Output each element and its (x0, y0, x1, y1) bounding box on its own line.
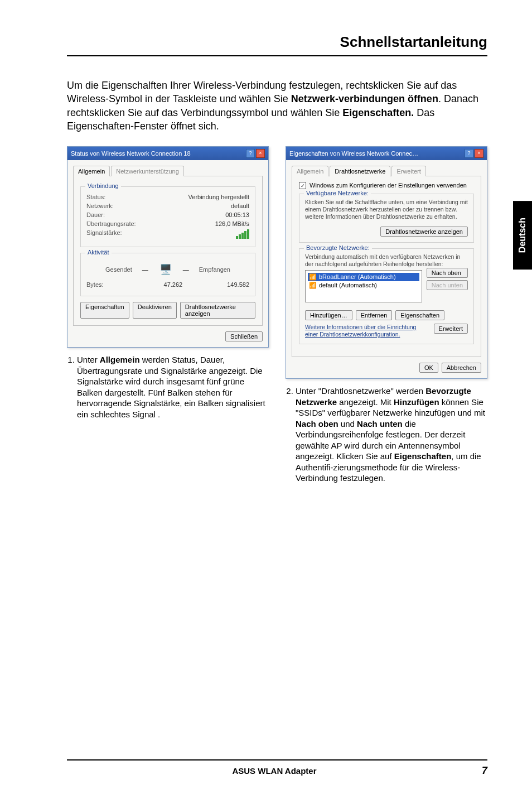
network-value: default (231, 203, 249, 209)
intro-paragraph: Um die Eigenschalften Ihrer Wireless-Ver… (67, 79, 487, 133)
footer-product: ASUS WLAN Adapter (232, 766, 316, 776)
rate-label: Übertragungsrate: (86, 220, 136, 227)
close-icon[interactable]: × (256, 149, 265, 158)
window-title-text: Status von Wireless Network Connection 1… (71, 150, 191, 157)
preferred-networks-group: Bevorzugte Netzwerke: Verbindung automat… (299, 248, 474, 345)
list-item[interactable]: 📶 bRoadLanner (Automatisch) (308, 273, 419, 281)
ok-button[interactable]: OK (419, 363, 438, 373)
preferred-networks-listbox[interactable]: 📶 bRoadLanner (Automatisch) 📶 default (A… (305, 270, 422, 302)
close-button[interactable]: Schließen (225, 331, 263, 341)
remove-button[interactable]: Entfernen (356, 310, 393, 320)
available-group-text: Klicken Sie auf die Schaltfläche unten, … (305, 199, 468, 220)
move-down-button[interactable]: Nach unten (427, 280, 468, 290)
computers-icon: 🖥️ (158, 262, 173, 277)
right-caption: Unter "Drahtlosnetzwerke" werden Bevorzu… (286, 386, 487, 484)
tab-general[interactable]: Allgemein (73, 166, 110, 176)
checkbox-label: Windows zum Konfigurieren der Einstellun… (309, 182, 467, 189)
signal-label: Signalstärke: (86, 229, 122, 239)
rate-value: 126,0 MBit/s (215, 220, 249, 227)
properties-window: Eigenschaften von Wireless Network Conne… (286, 146, 487, 379)
tab-support[interactable]: Netzwerkunterstützung (111, 166, 184, 176)
preferred-group-text: Verbindung automatisch mit den verfügbar… (305, 253, 468, 268)
bytes-label: Bytes: (86, 281, 104, 288)
show-networks-button[interactable]: Drahtlosnetzwerke anzeigen (380, 227, 468, 237)
sent-label: Gesendet (105, 266, 132, 273)
bytes-recv-value: 149.582 (227, 281, 249, 288)
duration-value: 00:05:13 (225, 211, 249, 218)
move-up-button[interactable]: Nach oben (427, 268, 468, 278)
preferred-group-title: Bevorzugte Netzwerke: (304, 244, 372, 251)
advanced-button[interactable]: Erweitert (434, 324, 468, 334)
status-label: Status: (86, 194, 105, 200)
activity-line: — (142, 266, 148, 273)
connection-group-title: Verbindung (85, 182, 121, 189)
window-titlebar: Status von Wireless Network Connection 1… (67, 147, 268, 160)
cancel-button[interactable]: Abbrechen (442, 363, 481, 373)
list-item[interactable]: 📶 default (Automatisch) (308, 281, 419, 290)
antenna-icon: 📶 (309, 282, 317, 289)
activity-group: Aktivität Gesendet — 🖥️ — Empfangen Byte… (80, 253, 255, 296)
duration-label: Dauer: (86, 211, 105, 218)
close-icon[interactable]: × (475, 149, 483, 158)
list-item-label: bRoadLanner (Automatisch) (319, 273, 396, 280)
window-titlebar: Eigenschaften von Wireless Network Conne… (286, 147, 487, 160)
signal-bars-icon (236, 229, 249, 239)
tab-advanced[interactable]: Erweitert (391, 166, 425, 176)
page-title: Schnellstartanleitung (67, 33, 487, 56)
help-icon[interactable]: ? (246, 149, 255, 158)
network-label: Netzwerk: (86, 203, 114, 209)
available-group-title: Verfügbare Netzwerke: (304, 190, 371, 196)
view-networks-button[interactable]: Drahtlosnetzwerke anzeigen (180, 302, 255, 319)
received-label: Empfangen (199, 266, 230, 273)
window-title-text: Eigenschaften von Wireless Network Conne… (289, 150, 418, 157)
page-footer: ASUS WLAN Adapter 7 (67, 759, 487, 777)
status-value: Verbindung hergestellt (188, 194, 249, 200)
help-icon[interactable]: ? (465, 149, 473, 158)
activity-group-title: Aktivität (85, 249, 112, 256)
status-window: Status von Wireless Network Connection 1… (67, 146, 269, 348)
disable-button[interactable]: Deaktivieren (133, 302, 177, 319)
left-caption: Unter Allgemein werden Status, Dauer, Üb… (67, 354, 269, 420)
checkbox-icon: ✓ (299, 182, 306, 189)
footer-page-number: 7 (482, 765, 487, 777)
windows-config-checkbox[interactable]: ✓ Windows zum Konfigurieren der Einstell… (299, 182, 474, 189)
tab-general[interactable]: Allgemein (292, 166, 328, 176)
connection-group: Verbindung Status:Verbindung hergestellt… (80, 186, 255, 247)
properties-button[interactable]: Eigenschaften (80, 302, 129, 319)
config-info-link[interactable]: Weitere Informationen über die Einrichtu… (305, 324, 416, 338)
antenna-icon: 📶 (309, 273, 317, 281)
item-properties-button[interactable]: Eigenschaften (395, 310, 444, 320)
tab-wireless[interactable]: Drahtlosnetzwerke (330, 166, 390, 176)
add-button[interactable]: Hinzufügen… (305, 310, 352, 320)
bytes-sent-value: 47.262 (164, 281, 183, 288)
list-item-label: default (Automatisch) (319, 282, 377, 288)
available-networks-group: Verfügbare Netzwerke: Klicken Sie auf di… (299, 194, 474, 242)
activity-line: — (183, 266, 189, 273)
